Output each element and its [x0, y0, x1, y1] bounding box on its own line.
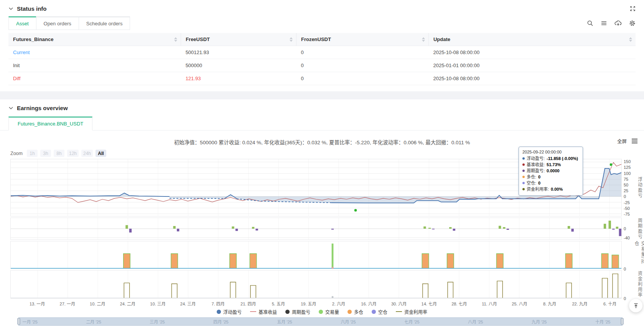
- sort-icon[interactable]: [629, 37, 632, 42]
- column-header-frozenusdt[interactable]: FrozenUSDT: [296, 33, 428, 46]
- table-row: Diff121.9302025-10-08 08:00:00: [8, 72, 636, 85]
- tab-futures-binance-bnb-usdt[interactable]: Futures_Binance.BNB_USDT: [8, 117, 92, 130]
- tooltip-row-周期盈亏: 周期盈亏: 0.0000: [522, 168, 579, 174]
- chart-legend: 浮动盈亏基准收益周期盈亏交易量多仓空仓资金利用率: [0, 307, 644, 316]
- y-tick-label: -75: [624, 212, 630, 216]
- cell-500000: 500000: [181, 59, 296, 72]
- cell-0: 0: [296, 72, 428, 85]
- legend-marker: [348, 310, 352, 314]
- cell-current[interactable]: Current: [8, 46, 181, 59]
- x-axis-label: 6. 十月: [603, 300, 616, 307]
- cloud-download-icon[interactable]: [614, 20, 622, 26]
- expand-icon[interactable]: [630, 6, 636, 12]
- x-axis-label: 16. 六月: [361, 300, 376, 307]
- x-axis-label: 27. 一月: [60, 300, 75, 307]
- zoom-button-8h[interactable]: 8h: [54, 150, 64, 157]
- sort-icon[interactable]: [290, 37, 293, 42]
- legend-item-基准收益[interactable]: 基准收益: [250, 309, 277, 315]
- navigator-month-label: 五月 '25: [277, 318, 292, 325]
- navigator-month-label: 四月 '25: [213, 318, 228, 325]
- panel-volume: 0交易量/持仓: [10, 241, 644, 269]
- status-tabs: AssetOpen ordersSchedule orders: [8, 16, 130, 30]
- collapse-chevron-icon[interactable]: [8, 6, 13, 11]
- cell-0: 0: [296, 59, 428, 72]
- navigator-month-label: 七月 '25: [404, 318, 419, 325]
- column-header-freeusdt[interactable]: FreeUSDT: [181, 33, 296, 46]
- settings-icon[interactable]: [629, 20, 636, 26]
- earnings-overview-card: Earnings overview Futures_Binance.BNB_US…: [0, 99, 644, 330]
- legend-item-周期盈亏[interactable]: 周期盈亏: [285, 309, 310, 315]
- panel-cycle: 0-40周期盈亏: [10, 218, 644, 240]
- y-tick-label: -40: [624, 236, 630, 240]
- cell-diff: Diff: [8, 72, 181, 85]
- chart-context-menu-icon[interactable]: [631, 138, 638, 144]
- green-point-marker: [609, 163, 613, 167]
- zoom-button-24h[interactable]: 24h: [81, 150, 93, 157]
- y-tick-label: -50: [624, 206, 630, 211]
- plot-volume[interactable]: [10, 241, 622, 269]
- cell-500121-93: 500121.93: [181, 46, 296, 59]
- x-axis-label: 5. 五月: [272, 300, 285, 307]
- series-dot: [522, 188, 525, 190]
- tab-open-orders[interactable]: Open orders: [36, 16, 79, 30]
- cell-2025-10-08-08-00-00: 2025-10-08 08:00:00: [428, 46, 636, 59]
- legend-item-交易量[interactable]: 交易量: [319, 309, 339, 315]
- zoom-button-3h[interactable]: 3h: [40, 150, 51, 157]
- sort-icon[interactable]: [422, 37, 425, 42]
- tab-schedule-orders[interactable]: Schedule orders: [79, 16, 130, 30]
- table-row: Current500121.9302025-10-08 08:00:00: [8, 46, 636, 59]
- series-dot: [522, 182, 525, 184]
- zoom-button-1h[interactable]: 1h: [27, 150, 38, 157]
- navigator-month-label: 三月 '25: [150, 318, 165, 325]
- x-axis-label: 10. 三月: [150, 300, 165, 307]
- navigator-right-handle[interactable]: [621, 318, 624, 325]
- asset-table: Futures_BinanceFreeUSDTFrozenUSDTUpdate …: [8, 33, 636, 85]
- range-navigator[interactable]: 一月 '25二月 '25三月 '25四月 '25五月 '25六月 '25七月 '…: [18, 317, 623, 326]
- fullscreen-button[interactable]: 全屏: [617, 137, 627, 145]
- tab-asset[interactable]: Asset: [8, 16, 36, 30]
- tooltip-title: 2025-09-22 00:00:00: [522, 150, 579, 154]
- zoom-button-12h[interactable]: 12h: [67, 150, 79, 157]
- plot-utilization[interactable]: [10, 270, 622, 299]
- x-axis-label: 7. 四月: [212, 300, 225, 307]
- y-axis-volume: 0: [622, 241, 636, 269]
- y-tick-label: 25: [624, 188, 628, 193]
- column-header-update[interactable]: Update: [428, 33, 636, 46]
- zoom-label: Zoom: [10, 151, 23, 156]
- menu-icon[interactable]: [601, 20, 607, 26]
- x-axis-label: 25. 八月: [512, 300, 527, 307]
- chart-tooltip: 2025-09-22 00:00:00 浮动盈亏: -11.858 (-0.00…: [519, 147, 583, 196]
- y-tick-label: 50: [624, 183, 628, 187]
- baseline-marker: [331, 296, 333, 298]
- y-axis-floating: 1501251007550250-25-50-75: [622, 159, 636, 216]
- x-axis-label: 22. 九月: [572, 300, 587, 307]
- green-point-marker: [354, 209, 357, 212]
- collapse-chevron-icon[interactable]: [8, 106, 13, 111]
- series-dot: [522, 163, 525, 166]
- y-axis-cycle: 0-40: [622, 218, 636, 240]
- earnings-overview-title: Earnings overview: [17, 105, 68, 111]
- legend-marker: [396, 311, 402, 312]
- legend-item-空仓[interactable]: 空仓: [372, 309, 387, 315]
- x-axis-label: 10. 二月: [90, 300, 105, 307]
- tooltip-row-浮动盈亏: 浮动盈亏: -11.858 (-0.00%): [522, 155, 579, 162]
- x-axis-label: 24. 二月: [120, 300, 135, 307]
- search-icon[interactable]: [587, 20, 593, 26]
- legend-marker: [285, 310, 290, 314]
- sort-icon[interactable]: [174, 37, 177, 42]
- legend-item-浮动盈亏[interactable]: 浮动盈亏: [217, 309, 242, 315]
- legend-item-多仓[interactable]: 多仓: [348, 309, 363, 315]
- tooltip-row-多仓: 多仓: 0: [522, 174, 579, 180]
- legend-marker: [372, 310, 376, 314]
- back-to-top-button[interactable]: [629, 299, 642, 312]
- axis-title-utilization: 资金利用率: [636, 270, 644, 299]
- plot-cycle[interactable]: [10, 218, 622, 240]
- navigator-left-handle[interactable]: [17, 318, 20, 325]
- x-axis-label: 30. 六月: [391, 300, 407, 307]
- y-tick-label: 0: [624, 194, 626, 199]
- x-axis-labels: 13. 一月27. 一月10. 二月24. 二月10. 三月24. 三月7. 四…: [10, 300, 622, 306]
- legend-item-资金利用率[interactable]: 资金利用率: [396, 309, 427, 315]
- y-tick-label: 125: [624, 165, 631, 170]
- column-header-futures-binance[interactable]: Futures_Binance: [8, 33, 181, 46]
- zoom-button-all[interactable]: All: [96, 150, 106, 157]
